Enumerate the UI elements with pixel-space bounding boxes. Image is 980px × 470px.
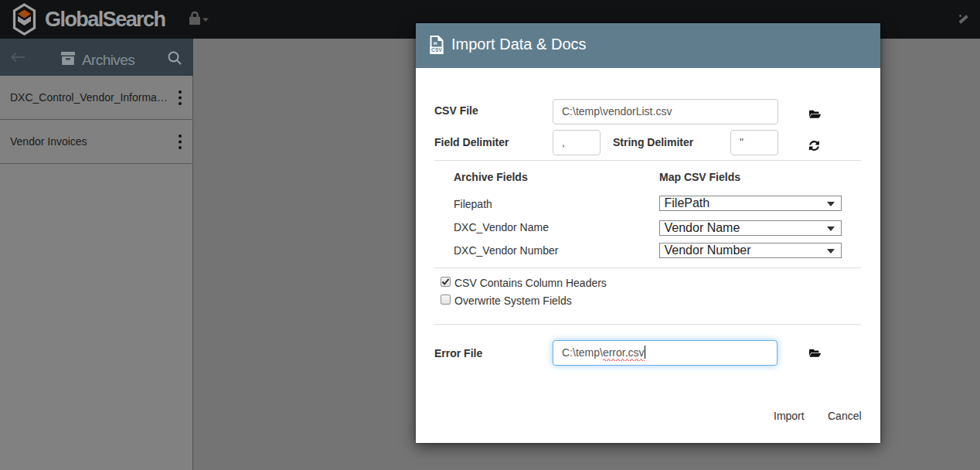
- svg-text:CSV: CSV: [431, 47, 442, 53]
